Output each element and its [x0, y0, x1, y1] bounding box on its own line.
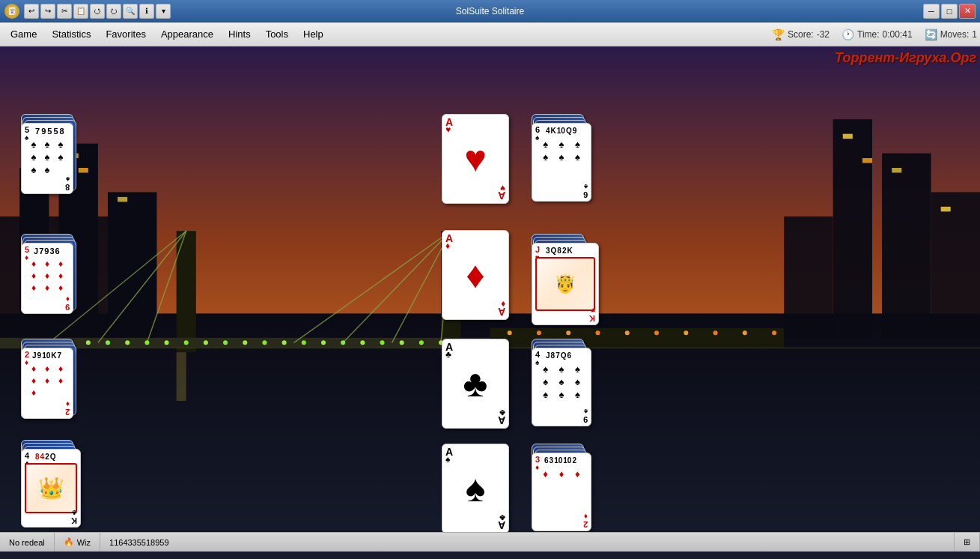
- toolbar-btn-9[interactable]: ▾: [156, 4, 171, 19]
- card-value-br: 2: [65, 408, 70, 416]
- moves-icon: 🔄: [925, 28, 937, 40]
- card-suit-br: ♦: [501, 300, 505, 309]
- card-value-br: 8: [65, 183, 70, 191]
- moves-value: 1: [972, 29, 977, 40]
- time-display: 🕐 Time: 0:00:41: [841, 28, 913, 40]
- ace-spades[interactable]: A ♠ ♠ A ♣: [442, 444, 509, 532]
- toolbar-btn-4[interactable]: 📋: [73, 4, 88, 19]
- card-suit-br: ♦: [584, 513, 588, 520]
- menu-game[interactable]: Game: [3, 25, 44, 43]
- menu-favorites[interactable]: Favorites: [98, 25, 153, 43]
- watermark: Торрент-Игруха.Орг: [835, 50, 976, 66]
- menu-tools[interactable]: Tools: [258, 25, 296, 43]
- card-suit-br: ♦: [66, 400, 70, 408]
- game-area[interactable]: Торрент-Игруха.Орг: [0, 46, 980, 532]
- status-game: 🔥 Wiz: [55, 533, 100, 552]
- toolbar-btn-5[interactable]: ⭯: [90, 4, 105, 19]
- maximize-button[interactable]: □: [941, 4, 958, 19]
- ace-clubs[interactable]: A ♣ ♣ A ♣: [442, 339, 509, 429]
- status-resize[interactable]: ⊞: [955, 533, 980, 552]
- toolbar-btn-7[interactable]: 🔍: [123, 4, 138, 19]
- toolbar: ↩ ↪ ✂ 📋 ⭯ ⭮ 🔍 ℹ ▾: [24, 4, 171, 19]
- titlebar-left: 🃏 ↩ ↪ ✂ 📋 ⭯ ⭮ 🔍 ℹ ▾: [4, 4, 171, 19]
- card-suit: ♦: [445, 241, 450, 250]
- clock-icon: 🕐: [841, 28, 854, 40]
- card-suit-br: ♣: [72, 509, 77, 516]
- menu-appearance[interactable]: Appearance: [153, 25, 221, 43]
- card-suit-br: ♥: [500, 184, 505, 193]
- toolbar-btn-8[interactable]: ℹ: [139, 4, 154, 19]
- seed-text: 1164335518959: [109, 538, 169, 547]
- status-seed: 1164335518959: [100, 533, 955, 552]
- menubar: Game Statistics Favorites Appearance Hin…: [0, 22, 980, 46]
- close-button[interactable]: ✕: [959, 4, 976, 19]
- trophy-icon: 🏆: [772, 28, 785, 40]
- status-redeal: No redeal: [0, 533, 55, 552]
- time-label: Time:: [857, 29, 880, 40]
- statusbar: No redeal 🔥 Wiz 1164335518959 ⊞: [0, 532, 980, 552]
- redeal-text: No redeal: [9, 538, 45, 547]
- minimize-button[interactable]: ─: [923, 4, 940, 19]
- card-value-br: K: [71, 516, 77, 525]
- card-suit: ♠: [445, 455, 450, 464]
- titlebar: 🃏 ↩ ↪ ✂ 📋 ⭯ ⭮ 🔍 ℹ ▾ SolSuite Solitaire ─…: [0, 0, 980, 22]
- time-value: 0:00:41: [883, 29, 913, 40]
- game-name: Wiz: [77, 538, 91, 547]
- card-value-br: 9: [583, 415, 588, 423]
- toolbar-btn-2[interactable]: ↪: [40, 4, 55, 19]
- window-title: SolSuite Solitaire: [456, 6, 524, 16]
- card-suit-br: ♣: [499, 408, 505, 417]
- score-value: -32: [817, 29, 830, 40]
- card-suit: ♣: [445, 350, 451, 359]
- game-stats: 🏆 Score: -32 🕐 Time: 0:00:41 🔄 Moves: 1: [772, 28, 977, 40]
- card-value-br: 2: [583, 520, 588, 528]
- ace-hearts[interactable]: A ♥ ♥ A ♥: [442, 114, 509, 204]
- card-suit-br: ♥: [591, 306, 595, 314]
- game-icon: 🔥: [64, 537, 74, 547]
- toolbar-btn-3[interactable]: ✂: [57, 4, 72, 19]
- resize-icon: ⊞: [964, 537, 970, 547]
- toolbar-btn-6[interactable]: ⭮: [106, 4, 121, 19]
- card-value-br: 9: [65, 303, 70, 311]
- menu-hints[interactable]: Hints: [221, 25, 258, 43]
- toolbar-btn-1[interactable]: ↩: [24, 4, 39, 19]
- moves-label: Moves:: [940, 29, 970, 40]
- ace-diamonds[interactable]: A ♦ ♦ A ♦: [442, 230, 509, 320]
- card-value-br: 6: [583, 190, 588, 199]
- menu-statistics[interactable]: Statistics: [44, 25, 98, 43]
- score-display: 🏆 Score: -32: [772, 28, 830, 40]
- menu-help[interactable]: Help: [296, 25, 331, 43]
- card-suit-br: ♦: [66, 295, 70, 303]
- score-label: Score:: [788, 29, 814, 40]
- app-icon: 🃏: [4, 4, 19, 19]
- moves-display: 🔄 Moves: 1: [925, 28, 977, 40]
- card-value-br: K: [589, 314, 595, 322]
- card-suit-br: ♠: [66, 175, 70, 183]
- face-card-king: 👑: [25, 463, 77, 513]
- window-controls: ─ □ ✕: [923, 4, 976, 19]
- face-card-king2: 🤴: [535, 257, 595, 311]
- card-suit-br: ♠: [584, 183, 588, 190]
- card-suit: ♥: [445, 125, 451, 134]
- card-suit-br: ♠: [584, 408, 588, 415]
- card-suit-br: ♣: [499, 513, 505, 522]
